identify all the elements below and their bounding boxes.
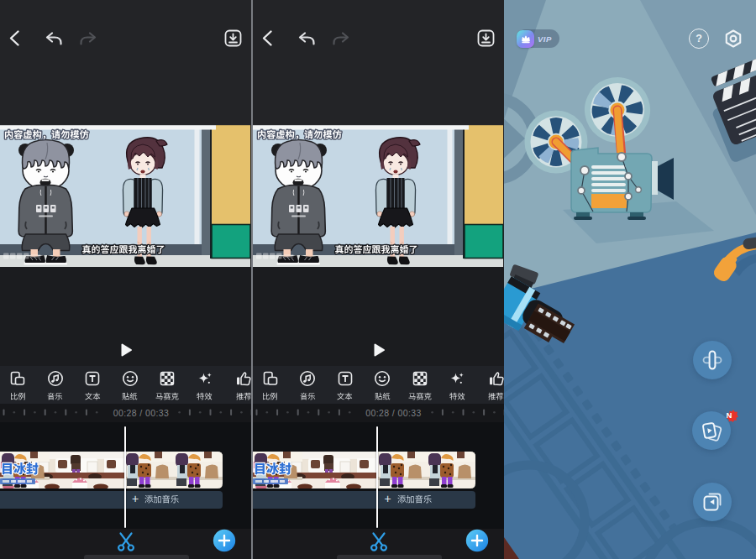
music-icon [46, 369, 65, 388]
split-scissors-icon[interactable] [114, 530, 138, 553]
add-clip-button[interactable] [465, 529, 489, 552]
help-label: ? [696, 33, 702, 44]
vip-badge[interactable]: VIP [517, 29, 559, 48]
help-button[interactable]: ? [689, 29, 709, 49]
player-controls [0, 267, 251, 366]
tool-ratio[interactable] [253, 366, 289, 404]
video-subtitle [334, 244, 417, 256]
timeline-clip-caption [254, 462, 291, 478]
tool-music[interactable] [289, 366, 326, 404]
split-scissors-icon[interactable] [367, 530, 391, 553]
tool-label [10, 389, 26, 402]
home-illustration [504, 0, 756, 559]
tool-label [300, 389, 316, 402]
text-icon [336, 369, 354, 388]
playhead[interactable] [124, 426, 126, 528]
add-music-plus-icon: + [385, 492, 391, 505]
subcaption-dash [255, 480, 262, 483]
editor-bottombar [253, 529, 504, 559]
tool-label [47, 389, 63, 402]
mosaic-icon [411, 369, 429, 388]
home-indicator [84, 555, 189, 559]
timeline-area: + [253, 422, 504, 529]
tool-mosaic[interactable] [149, 366, 186, 404]
tool-label [197, 389, 213, 402]
tool-recommend[interactable] [478, 366, 505, 404]
export-icon[interactable] [226, 31, 241, 46]
tool-sticker[interactable] [112, 366, 149, 404]
scene-green-block [212, 225, 250, 259]
settings-button[interactable] [723, 29, 743, 49]
export-icon[interactable] [478, 31, 493, 46]
tool-music[interactable] [37, 366, 74, 404]
timeline-area: + [0, 422, 251, 529]
video-caption [257, 129, 342, 141]
gear-icon [723, 29, 743, 49]
timeline-ruler[interactable]: 00:28 / 00:33 [0, 404, 251, 422]
redo-icon[interactable] [333, 34, 348, 44]
tool-text[interactable] [74, 366, 111, 404]
tool-effects[interactable] [186, 366, 223, 404]
tool-label [449, 389, 465, 402]
album-button[interactable] [693, 483, 732, 521]
vip-label: VIP [538, 34, 552, 44]
topbar-icons [253, 0, 504, 76]
timeline-clip-subcaption [253, 478, 288, 484]
tool-label [122, 389, 138, 402]
editor-panel-left: 00:28 / 00:33 [0, 0, 251, 559]
redo-icon[interactable] [81, 34, 96, 44]
tool-label [85, 389, 101, 402]
capture-button[interactable] [693, 341, 732, 379]
tool-label [155, 389, 179, 402]
add-music-bar[interactable]: + [0, 491, 223, 509]
time-indicator: 00:28 / 00:33 [365, 408, 422, 418]
tool-label [236, 389, 252, 402]
subcaption-dash [18, 480, 25, 483]
add-music-label [144, 494, 180, 505]
back-icon[interactable] [11, 32, 18, 45]
scene-doorframe [202, 128, 211, 255]
timeline-clip-caption [1, 462, 39, 478]
editor-topbar [0, 0, 251, 124]
playhead[interactable] [376, 426, 378, 528]
topbar-icons [0, 0, 251, 76]
add-music-plus-icon: + [132, 492, 139, 505]
tool-mosaic[interactable] [402, 366, 438, 404]
subcaption-dash [280, 480, 285, 483]
tool-label [262, 389, 278, 402]
back-icon[interactable] [264, 32, 271, 45]
subcaption-dash [27, 480, 32, 483]
ratio-icon [8, 369, 27, 388]
effects-icon [448, 369, 466, 388]
undo-icon[interactable] [300, 34, 314, 44]
subcaption-dash [270, 480, 278, 483]
tool-ratio[interactable] [0, 366, 36, 404]
scene-yellow-panel [212, 125, 250, 225]
undo-icon[interactable] [47, 34, 61, 44]
home-indicator [337, 555, 442, 559]
video-preview[interactable] [253, 124, 503, 267]
sticker-icon [121, 369, 139, 388]
tool-text[interactable] [327, 366, 364, 404]
timeline-clip-subcaption [0, 478, 35, 484]
player-controls [253, 267, 504, 366]
tool-sticker[interactable] [364, 366, 401, 404]
play-button[interactable] [371, 342, 386, 358]
timeline-ruler[interactable]: 00:28 / 00:33 [253, 404, 504, 422]
add-music-label [397, 494, 433, 505]
tool-label [337, 389, 353, 402]
recommend-icon [487, 369, 505, 388]
video-preview[interactable] [0, 124, 250, 267]
tool-effects[interactable] [438, 366, 475, 404]
play-button[interactable] [118, 342, 134, 358]
add-music-bar[interactable]: + [253, 491, 475, 509]
video-subtitle [82, 244, 165, 256]
subcaption-dash [11, 480, 16, 483]
home-panel: VIP ? N [504, 0, 756, 559]
mosaic-icon [158, 369, 176, 388]
editor-bottombar [0, 529, 251, 559]
album-play-icon [699, 488, 726, 515]
add-clip-button[interactable] [213, 529, 236, 552]
tool-recommend[interactable] [225, 366, 251, 404]
capture-capsule-icon [700, 347, 725, 373]
